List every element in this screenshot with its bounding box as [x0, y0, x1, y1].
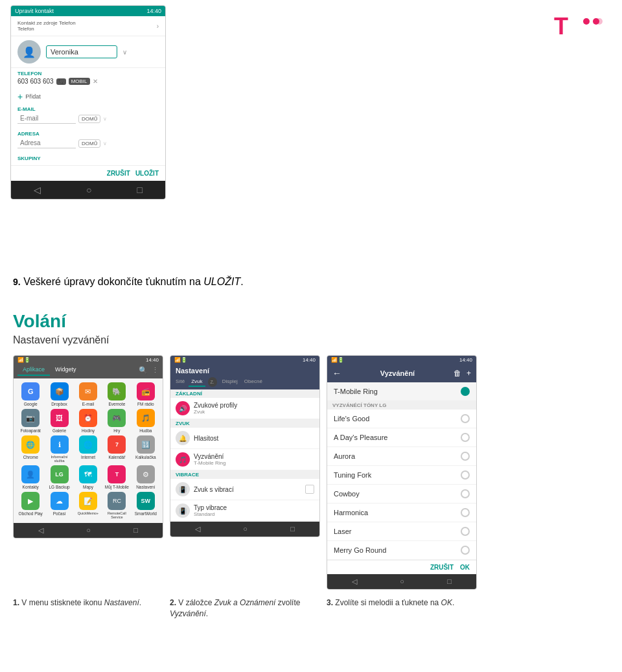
nav-back-icon-4[interactable]: ◁	[352, 577, 357, 586]
phone-number: 603 603 603	[17, 78, 54, 85]
item-hlasitost[interactable]: 🔔 Hlasitost	[170, 428, 319, 449]
radio-days-pleasure[interactable]	[461, 433, 470, 442]
item-vyzvaneni[interactable]: 🎵 Vyzvánění T-Mobile Ring	[170, 449, 319, 470]
nav-home-icon[interactable]: ○	[86, 185, 91, 195]
radio-laser[interactable]	[461, 527, 470, 536]
app-kalkular[interactable]: 🔢 Kalkulačka	[133, 435, 159, 463]
ringtone-harmonica[interactable]: Harmonica	[327, 504, 476, 522]
screen2-navbar: ◁ ○ □	[14, 523, 163, 538]
back-arrow-icon[interactable]: ←	[332, 368, 341, 378]
nav-back-icon-2[interactable]: ◁	[38, 526, 43, 535]
app-smartworld[interactable]: SW SmartWorld	[133, 492, 159, 519]
delete-icon[interactable]: 🗑	[454, 369, 461, 378]
nav-recents-icon[interactable]: □	[137, 185, 143, 195]
app-hodiny[interactable]: ⏰ Hodiny	[75, 409, 101, 433]
nav-home-icon-2[interactable]: ○	[86, 526, 91, 535]
ringtone-cowboy[interactable]: Cowboy	[327, 485, 476, 504]
nav-recents-icon-3[interactable]: □	[290, 525, 295, 533]
app-internet[interactable]: 🌐 Internet	[75, 435, 101, 463]
app-chrome[interactable]: 🌐 Chrome	[17, 435, 43, 463]
add-ringtone-icon[interactable]: +	[466, 369, 471, 378]
tab-obecne[interactable]: Obecné	[242, 377, 265, 387]
bottom-buttons: ZRUŠIT ULOŽIT	[11, 165, 165, 181]
nav-back-icon[interactable]: ◁	[34, 185, 41, 195]
screen3-navbar: ◁ ○ □	[170, 522, 319, 537]
ringtone-merry-go-round-label: Merry Go Round	[334, 546, 386, 554]
ulozit-button[interactable]: ULOŽIT	[135, 170, 159, 177]
address-type: DOMŮ	[78, 139, 100, 148]
search-icon-screen2[interactable]: 🔍	[139, 366, 148, 375]
nav-back-icon-3[interactable]: ◁	[195, 525, 200, 533]
app-dropbox[interactable]: 📦 Dropbox	[46, 382, 72, 406]
ringtone-lifes-good[interactable]: Life's Good	[327, 410, 476, 428]
app-pocasi[interactable]: ☁ Počasí	[46, 492, 72, 519]
app-nastaveni[interactable]: ⚙ Nastavení	[133, 465, 159, 489]
tab-widgety[interactable]: Widgety	[50, 364, 82, 376]
phone-type: MOBIL	[69, 78, 90, 85]
email-input[interactable]	[17, 113, 76, 124]
ringtone-aurora-label: Aurora	[334, 452, 355, 460]
add-row[interactable]: + Přidat	[11, 89, 165, 104]
contact-source: Kontakt ze zdroje Telefon Telefon ›	[11, 16, 165, 36]
radio-harmonica[interactable]	[461, 508, 470, 517]
screen4-ok-button[interactable]: OK	[460, 564, 470, 571]
email-type: DOMŮ	[78, 115, 100, 123]
hlasitost-main: Hlasitost	[194, 435, 314, 442]
checkbox-zvuk-vibraci[interactable]	[305, 485, 314, 494]
item-zvukove-profily[interactable]: 🔊 Zvukové profily Zvuk	[170, 398, 319, 419]
app-evernote[interactable]: 🐘 Evernote	[104, 382, 130, 406]
app-hry[interactable]: 🎮 Hry	[104, 409, 130, 433]
contact-name-field[interactable]: Veronika	[46, 45, 117, 58]
address-input[interactable]	[17, 138, 76, 148]
ringtone-laser[interactable]: Laser	[327, 522, 476, 541]
app-fotoaparat[interactable]: 📷 Fotoaparát	[17, 409, 43, 433]
nav-recents-icon-2[interactable]: □	[133, 526, 138, 535]
radio-tuning-fork[interactable]	[461, 470, 470, 480]
ringtone-tmobile[interactable]: T-Mobile Ring	[327, 382, 476, 401]
ringtone-tuning-fork[interactable]: Tuning Fork	[327, 466, 476, 485]
icon-typ-vibrace: 📳	[176, 504, 190, 518]
app-kalendar[interactable]: 7 Kalendář	[104, 435, 130, 463]
app-obchod[interactable]: ▶ Obchod Play	[17, 492, 43, 519]
zrusit-button[interactable]: ZRUŠIT	[107, 170, 130, 177]
nav-home-icon-3[interactable]: ○	[243, 525, 248, 533]
tab-aplikace[interactable]: Aplikace	[17, 364, 50, 376]
nav-home-icon-4[interactable]: ○	[400, 577, 404, 586]
tab-displej[interactable]: Displej	[220, 377, 240, 387]
screen4-zrusit-button[interactable]: ZRUŠIT	[430, 564, 454, 571]
app-email[interactable]: ✉ E-mail	[75, 382, 101, 406]
app-kontakty[interactable]: 👤 Kontakty	[17, 465, 43, 489]
ringtone-days-pleasure[interactable]: A Day's Pleasure	[327, 428, 476, 447]
tab-site[interactable]: Sítě	[173, 377, 187, 387]
item-zvuk-vibraci[interactable]: 📳 Zvuk s vibrací	[170, 479, 319, 500]
nav-recents-icon-4[interactable]: □	[447, 577, 452, 586]
app-fmradio[interactable]: 📻 FM rádio	[133, 382, 159, 406]
add-label: Přidat	[25, 93, 41, 100]
radio-lifes-good[interactable]	[461, 414, 470, 423]
app-google[interactable]: G Google	[17, 382, 43, 406]
app-quickmemo[interactable]: 📝 QuickMemo+	[75, 492, 101, 519]
radio-merry-go-round[interactable]	[461, 546, 470, 555]
statusbar-1: Upravit kontakt 14:40	[11, 6, 165, 16]
zvukove-profily-sub: Zvuk	[194, 409, 314, 415]
ringtone-merry-go-round[interactable]: Merry Go Round	[327, 541, 476, 560]
app-remotecall[interactable]: RC RemoteCall Service	[104, 492, 130, 519]
phone-delete-icon[interactable]: ✕	[93, 78, 98, 85]
tab-zvuk[interactable]: Zvuk	[189, 377, 205, 387]
app-informacni[interactable]: ℹ Informační služba	[46, 435, 72, 463]
section-zvuk: ZVUK	[170, 419, 319, 428]
radio-tmobile[interactable]	[461, 387, 470, 396]
app-galerie[interactable]: 🖼 Galerie	[46, 409, 72, 433]
menu-icon-screen2[interactable]: ⋮	[152, 366, 159, 375]
radio-aurora[interactable]	[461, 452, 470, 461]
ringtone-harmonica-label: Harmonica	[334, 509, 368, 516]
contact-avatar: 👤	[17, 40, 41, 64]
screen3-tabs: Sítě Zvuk Z. Displej Obecné	[170, 377, 319, 389]
app-mapy[interactable]: 🗺 Mapy	[75, 465, 101, 489]
ringtone-aurora[interactable]: Aurora	[327, 447, 476, 466]
app-tmobile[interactable]: T Můj T-Mobile	[104, 465, 130, 489]
radio-cowboy[interactable]	[461, 489, 470, 498]
app-lgbackup[interactable]: LG LG Backup	[46, 465, 72, 489]
app-hudba[interactable]: 🎵 Hudba	[133, 409, 159, 433]
item-typ-vibrace[interactable]: 📳 Typ vibrace Standard	[170, 500, 319, 522]
